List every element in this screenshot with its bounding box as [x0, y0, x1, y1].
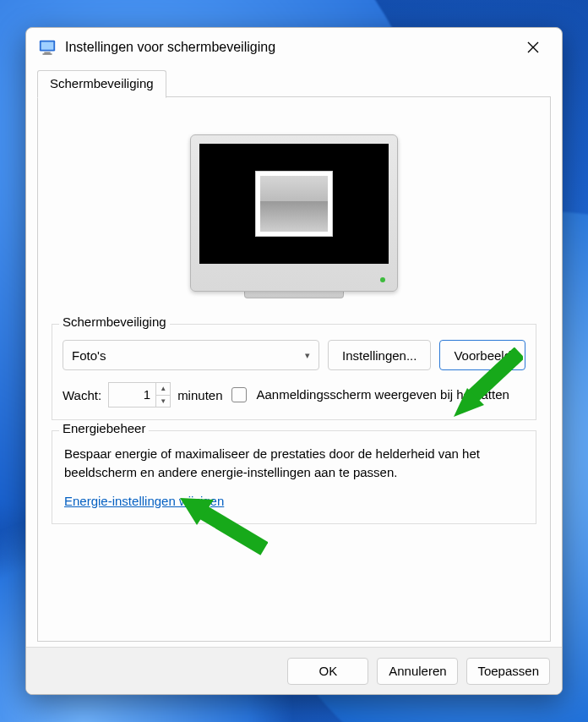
- power-group: Energiebeheer Bespaar energie of maximal…: [52, 430, 536, 524]
- tab-screensaver[interactable]: Schermbeveiliging: [37, 70, 166, 98]
- screensaver-select[interactable]: Foto's ▾: [63, 340, 319, 370]
- wait-stepper[interactable]: ▲ ▼: [155, 382, 171, 407]
- wait-value[interactable]: 1: [108, 382, 155, 407]
- wait-label: Wacht:: [63, 388, 101, 402]
- monitor-stand: [244, 292, 344, 298]
- titlebar: Instellingen voor schermbeveiliging: [26, 28, 562, 67]
- apply-button[interactable]: Toepassen: [466, 658, 550, 685]
- monitor-frame: [190, 134, 398, 292]
- power-settings-link[interactable]: Energie-instellingen wijzigen: [64, 494, 224, 508]
- screensaver-settings-window: Instellingen voor schermbeveiliging Sche…: [25, 27, 563, 695]
- tab-label: Schermbeveiliging: [50, 76, 154, 90]
- window-title: Instellingen voor schermbeveiliging: [65, 40, 514, 55]
- stepper-up-icon[interactable]: ▲: [156, 383, 170, 396]
- photo-card: [255, 171, 333, 237]
- power-group-label: Energiebeheer: [59, 421, 149, 435]
- close-icon: [527, 41, 539, 53]
- cancel-button[interactable]: Annuleren: [377, 658, 458, 685]
- settings-button[interactable]: Instellingen...: [328, 340, 431, 370]
- svg-rect-2: [44, 52, 50, 54]
- dialog-footer: OK Annuleren Toepassen: [26, 647, 562, 694]
- tab-page: Schermbeveiliging Foto's ▾ Instellingen.…: [37, 97, 551, 642]
- screensaver-group: Schermbeveiliging Foto's ▾ Instellingen.…: [52, 324, 536, 420]
- power-led-icon: [380, 277, 385, 282]
- client-area: Schermbeveiliging Schermbeveiliging: [26, 67, 562, 647]
- photo-thumbnail: [260, 176, 328, 232]
- power-description: Bespaar energie of maximaliseer de prest…: [64, 445, 524, 482]
- resume-logon-checkbox[interactable]: [231, 387, 247, 402]
- ok-button[interactable]: OK: [287, 658, 368, 685]
- preview-button-label: Voorbeeld: [454, 348, 511, 363]
- stepper-down-icon[interactable]: ▼: [156, 396, 170, 407]
- chevron-down-icon: ▾: [305, 350, 310, 361]
- close-button[interactable]: [514, 33, 552, 62]
- screensaver-icon: [38, 38, 57, 57]
- preview-button[interactable]: Voorbeeld: [439, 340, 525, 370]
- monitor-screen: [199, 144, 389, 264]
- svg-rect-3: [43, 53, 52, 54]
- wait-unit: minuten: [177, 388, 222, 402]
- monitor-preview: [52, 134, 536, 298]
- resume-logon-label: Aanmeldingsscherm weergeven bij hervatte…: [257, 387, 509, 403]
- ok-button-label: OK: [319, 664, 338, 678]
- settings-button-label: Instellingen...: [342, 348, 416, 363]
- screensaver-select-value: Foto's: [72, 348, 106, 363]
- svg-rect-1: [41, 42, 54, 50]
- screensaver-group-label: Schermbeveiliging: [59, 315, 170, 329]
- wait-spinner[interactable]: 1 ▲ ▼: [108, 382, 171, 407]
- cancel-button-label: Annuleren: [389, 664, 446, 678]
- apply-button-label: Toepassen: [477, 664, 539, 678]
- tab-strip: Schermbeveiliging: [37, 70, 551, 97]
